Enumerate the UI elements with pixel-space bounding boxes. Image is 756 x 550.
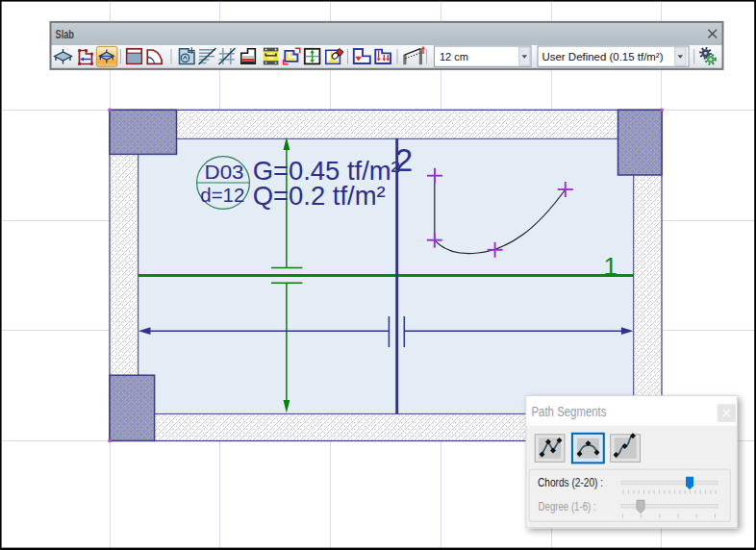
svg-text:D03: D03 (205, 161, 244, 183)
svg-text:Slab: Slab (56, 28, 75, 41)
svg-text:12 cm: 12 cm (440, 51, 468, 62)
svg-text:Path Segments: Path Segments (532, 404, 607, 419)
svg-text:d=12: d=12 (200, 184, 244, 206)
svg-text:Q=0.2 tf/m²: Q=0.2 tf/m² (253, 181, 386, 211)
svg-text:1: 1 (604, 252, 617, 281)
svg-text:User Defined (0.15 tf/m²): User Defined (0.15 tf/m²) (542, 51, 664, 62)
svg-text:Chords (2-20) :: Chords (2-20) : (538, 476, 603, 489)
svg-text:Degree (1-6) :: Degree (1-6) : (539, 500, 596, 513)
